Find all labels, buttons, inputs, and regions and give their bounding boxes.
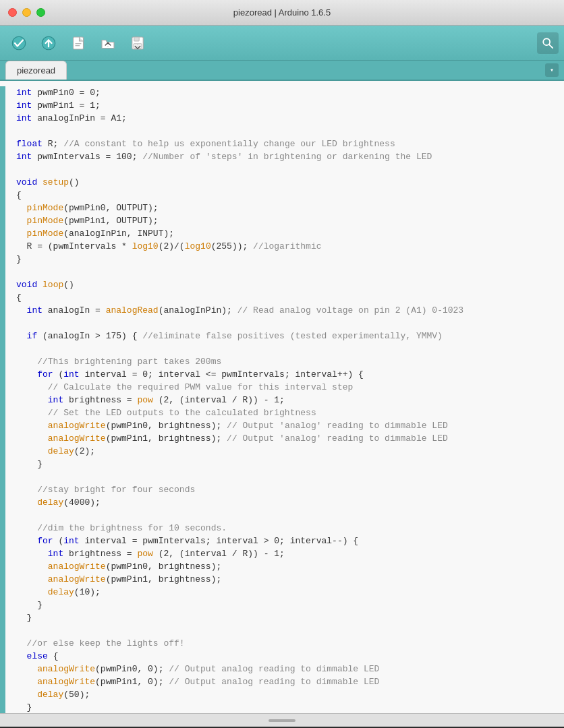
- verify-button[interactable]: [5, 30, 32, 56]
- code-line-41: }: [5, 611, 564, 624]
- svg-rect-3: [74, 37, 84, 49]
- close-button[interactable]: [8, 8, 17, 17]
- minimize-button[interactable]: [22, 8, 31, 17]
- code-line-22: for (int interval = 0; interval <= pwmIn…: [5, 368, 564, 381]
- code-line-40: }: [5, 599, 564, 611]
- code-line-26: analogWrite(pwmPin0, brightness); // Out…: [5, 419, 564, 432]
- save-button[interactable]: [124, 30, 151, 56]
- svg-line-12: [549, 44, 553, 47]
- code-line-2: int analogInPin = A1;: [5, 112, 564, 125]
- code-line-23: // Calculate the required PWM value for …: [5, 381, 564, 394]
- code-line-35: for (int interval = pwmIntervals; interv…: [5, 535, 564, 547]
- code-line-28: delay(2);: [5, 445, 564, 458]
- scroll-indicator: [269, 719, 295, 722]
- tab-piezoread[interactable]: piezoread: [5, 61, 67, 80]
- code-line-38: analogWrite(pwmPin1, brightness);: [5, 573, 564, 586]
- code-line-27: analogWrite(pwmPin1, brightness); // Out…: [5, 432, 564, 445]
- code-line-6: [5, 163, 564, 176]
- code-line-0: int pwmPin0 = 0;: [5, 86, 564, 99]
- code-line-24: int brightness = pow (2, (interval / R))…: [5, 394, 564, 406]
- code-line-33: [5, 509, 564, 522]
- code-line-46: analogWrite(pwmPin1, 0); // Output analo…: [5, 675, 564, 688]
- code-line-44: else {: [5, 650, 564, 663]
- code-line-48: }: [5, 701, 564, 713]
- code-line-32: delay(4000);: [5, 496, 564, 509]
- code-line-37: analogWrite(pwmPin0, brightness);: [5, 560, 564, 573]
- code-line-20: [5, 342, 564, 355]
- window-controls: [8, 8, 45, 17]
- code-editor[interactable]: int pwmPin0 = 0;int pwmPin1 = 1;int anal…: [0, 81, 564, 713]
- upload-button[interactable]: [35, 30, 62, 56]
- code-line-13: }: [5, 253, 564, 266]
- open-button[interactable]: [94, 30, 121, 56]
- bottom-bar: [0, 713, 564, 727]
- code-line-8: {: [5, 189, 564, 202]
- code-line-19: if (analogIn > 175) { //eliminate false …: [5, 330, 564, 342]
- code-line-34: //dim the brightness for 10 seconds.: [5, 522, 564, 535]
- code-line-39: delay(10);: [5, 586, 564, 599]
- code-line-15: void loop(): [5, 278, 564, 291]
- code-line-4: float R; //A constant to help us exponen…: [5, 138, 564, 150]
- new-button[interactable]: [65, 30, 92, 56]
- code-line-3: [5, 125, 564, 138]
- code-line-29: }: [5, 458, 564, 471]
- code-line-1: int pwmPin1 = 1;: [5, 99, 564, 112]
- svg-rect-8: [134, 37, 140, 41]
- code-line-36: int brightness = pow (2, (interval / R))…: [5, 547, 564, 560]
- tab-bar: piezoread ▾: [0, 61, 564, 81]
- code-line-42: [5, 624, 564, 637]
- code-line-30: [5, 471, 564, 483]
- code-line-5: int pwmIntervals = 100; //Number of 'ste…: [5, 150, 564, 163]
- title-bar: piezoread | Arduino 1.6.5: [0, 0, 564, 26]
- toolbar: [0, 26, 564, 61]
- left-indicator: [0, 86, 5, 713]
- search-button[interactable]: [537, 32, 559, 54]
- code-line-43: //or else keep the lights off!: [5, 637, 564, 650]
- tab-dropdown[interactable]: ▾: [545, 63, 559, 77]
- code-line-47: delay(50);: [5, 688, 564, 701]
- code-line-25: // Set the LED outputs to the calculated…: [5, 406, 564, 419]
- code-line-11: pinMode(analogInPin, INPUT);: [5, 227, 564, 240]
- code-line-12: R = (pwmIntervals * log10(2)/(log10(255)…: [5, 240, 564, 253]
- code-line-14: [5, 266, 564, 278]
- window-title: piezoread | Arduino 1.6.5: [233, 7, 331, 18]
- code-line-31: //stay bright for four seconds: [5, 483, 564, 496]
- code-line-18: [5, 317, 564, 330]
- code-line-7: void setup(): [5, 176, 564, 189]
- code-line-10: pinMode(pwmPin1, OUTPUT);: [5, 214, 564, 227]
- code-line-9: pinMode(pwmPin0, OUTPUT);: [5, 202, 564, 214]
- code-line-16: {: [5, 291, 564, 304]
- code-line-21: //This brightening part takes 200ms: [5, 355, 564, 368]
- maximize-button[interactable]: [36, 8, 45, 17]
- code-line-17: int analogIn = analogRead(analogInPin); …: [5, 304, 564, 317]
- code-line-45: analogWrite(pwmPin0, 0); // Output analo…: [5, 663, 564, 675]
